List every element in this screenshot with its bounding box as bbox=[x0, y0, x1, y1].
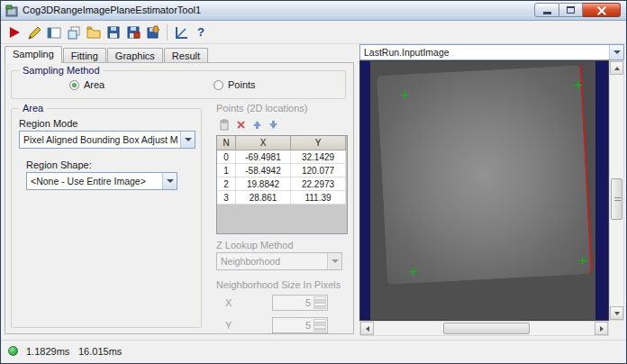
table-row[interactable]: 3 28.861 111.39 bbox=[217, 191, 347, 205]
title-bar: Cog3DRangeImagePlaneEstimatorTool1 bbox=[1, 1, 626, 21]
cell[interactable]: 32.1429 bbox=[291, 150, 346, 164]
horizontal-scrollbar-thumb[interactable] bbox=[443, 323, 530, 334]
table-row[interactable]: 2 19.8842 22.2973 bbox=[217, 177, 347, 191]
save-button[interactable] bbox=[104, 23, 123, 42]
x-spin-up-button[interactable] bbox=[314, 296, 326, 303]
scroll-down-button[interactable] bbox=[610, 306, 623, 320]
neighborhood-size-label: Neighborhood Size In Pixels bbox=[216, 279, 341, 290]
horizontal-scrollbar[interactable] bbox=[359, 321, 609, 336]
x-spin-down-button[interactable] bbox=[314, 303, 326, 309]
main-toolbar: ? bbox=[1, 21, 626, 44]
column-header-y[interactable]: Y bbox=[291, 136, 346, 150]
cell[interactable]: 3 bbox=[217, 191, 236, 205]
column-header-n[interactable]: N bbox=[217, 136, 236, 150]
add-point-button[interactable] bbox=[216, 116, 232, 132]
cell[interactable]: 120.077 bbox=[291, 164, 346, 177]
table-row[interactable]: 1 -58.4942 120.077 bbox=[217, 164, 347, 177]
scroll-left-button[interactable] bbox=[360, 322, 374, 335]
region-mode-label: Region Mode bbox=[19, 118, 77, 129]
image-viewport[interactable] bbox=[359, 60, 609, 321]
tab-sampling[interactable]: Sampling bbox=[5, 46, 62, 63]
y-size-value: 5 bbox=[305, 320, 311, 331]
arrow-down-icon bbox=[614, 312, 620, 315]
vertical-scrollbar-thumb[interactable] bbox=[611, 178, 622, 220]
cell[interactable]: 28.861 bbox=[236, 191, 291, 205]
edit-button[interactable] bbox=[24, 23, 44, 42]
measure-icon bbox=[174, 25, 188, 40]
z-lookup-dropdown-button[interactable] bbox=[327, 253, 341, 269]
area-radio[interactable]: Area bbox=[69, 79, 104, 90]
window-title: Cog3DRangeImagePlaneEstimatorTool1 bbox=[23, 5, 201, 15]
tool-display-icon bbox=[47, 25, 61, 40]
points-radio[interactable]: Points bbox=[214, 79, 256, 90]
corner-marker-icon bbox=[409, 268, 417, 276]
z-lookup-combobox[interactable]: Neighborhood bbox=[216, 252, 342, 270]
open-button[interactable] bbox=[84, 23, 104, 42]
close-button[interactable] bbox=[583, 3, 621, 17]
points-section: Points (2D locations) bbox=[214, 103, 351, 333]
points-radio-circle bbox=[214, 80, 223, 90]
move-down-button[interactable] bbox=[265, 116, 281, 132]
save-import-icon bbox=[146, 25, 160, 40]
scroll-up-button[interactable] bbox=[610, 61, 623, 75]
cell[interactable]: 2 bbox=[217, 177, 236, 191]
save-import-button[interactable] bbox=[143, 23, 163, 42]
cell[interactable]: 19.8842 bbox=[236, 177, 291, 191]
tab-strip: Sampling Fitting Graphics Result bbox=[5, 46, 209, 63]
spin-down-icon bbox=[314, 328, 325, 330]
status-time-1: 1.1829ms bbox=[26, 346, 69, 357]
table-row[interactable]: 0 -69.4981 32.1429 bbox=[217, 150, 347, 164]
minimize-button[interactable] bbox=[534, 3, 559, 17]
cell[interactable]: 1 bbox=[217, 164, 236, 177]
vertical-scrollbar[interactable] bbox=[609, 60, 624, 321]
cell[interactable]: -58.4942 bbox=[236, 164, 291, 177]
tab-graphics[interactable]: Graphics bbox=[107, 48, 163, 63]
column-header-x[interactable]: X bbox=[236, 136, 291, 150]
tab-result[interactable]: Result bbox=[164, 48, 208, 63]
image-selector-value: LastRun.InputImage bbox=[364, 47, 607, 58]
cell[interactable]: 0 bbox=[217, 150, 236, 164]
y-label: Y bbox=[225, 320, 232, 331]
arrow-left-icon bbox=[366, 326, 369, 332]
points-section-title: Points (2D locations) bbox=[216, 103, 308, 114]
windows-icon bbox=[67, 25, 81, 40]
region-mode-combobox[interactable]: Pixel Aligned Bounding Box Adjust Mask bbox=[19, 131, 195, 149]
cell[interactable]: 111.39 bbox=[291, 191, 346, 205]
image-selector-combobox[interactable]: LastRun.InputImage bbox=[359, 44, 624, 60]
image-border-right bbox=[595, 61, 609, 320]
corner-marker-icon bbox=[401, 91, 409, 99]
delete-point-button[interactable] bbox=[232, 116, 249, 132]
y-size-stepper[interactable]: 5 bbox=[272, 317, 328, 333]
corner-marker-icon bbox=[574, 81, 582, 89]
image-selector-dropdown-button[interactable] bbox=[609, 45, 623, 59]
region-shape-combobox[interactable]: <None - Use Entire Image> bbox=[26, 172, 177, 190]
maximize-button[interactable] bbox=[559, 3, 583, 17]
area-group-title: Area bbox=[19, 103, 47, 114]
save-result-icon bbox=[126, 25, 141, 40]
corner-marker-icon bbox=[578, 257, 586, 265]
windows-button[interactable] bbox=[64, 23, 84, 42]
close-icon bbox=[597, 6, 605, 14]
y-spin-up-button[interactable] bbox=[314, 319, 326, 325]
scroll-right-button[interactable] bbox=[595, 322, 608, 335]
move-up-button[interactable] bbox=[249, 116, 265, 132]
x-size-stepper[interactable]: 5 bbox=[272, 295, 328, 311]
cell[interactable]: -69.4981 bbox=[236, 150, 291, 164]
region-shape-dropdown-button[interactable] bbox=[162, 173, 177, 189]
chevron-down-icon bbox=[613, 50, 621, 54]
move-down-icon bbox=[268, 120, 278, 130]
table-header-row: N X Y bbox=[217, 136, 347, 150]
region-mode-dropdown-button[interactable] bbox=[180, 132, 195, 148]
cell[interactable]: 22.2973 bbox=[291, 177, 346, 191]
y-spin-down-button[interactable] bbox=[314, 325, 326, 332]
help-button[interactable]: ? bbox=[191, 23, 211, 42]
save-result-button[interactable] bbox=[123, 23, 143, 42]
points-table[interactable]: N X Y 0 -69.4981 32.1429 1 -58.4942 120.… bbox=[216, 135, 348, 234]
add-point-icon bbox=[219, 119, 231, 131]
tool-display-button[interactable] bbox=[44, 23, 64, 42]
x-label: X bbox=[225, 297, 232, 308]
run-button[interactable] bbox=[5, 23, 24, 42]
tab-fitting[interactable]: Fitting bbox=[63, 48, 106, 63]
delete-point-icon bbox=[236, 120, 246, 130]
measure-button[interactable] bbox=[171, 23, 191, 42]
